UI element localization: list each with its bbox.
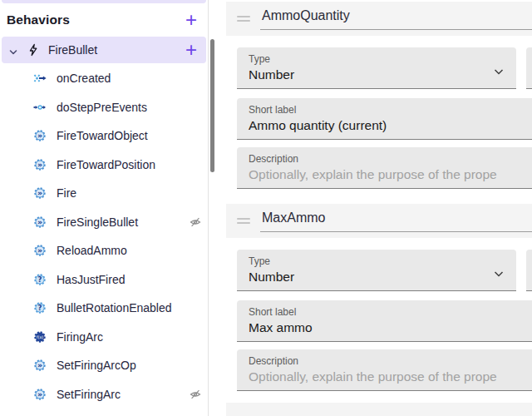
scrollbar-thumb[interactable] [210, 39, 214, 172]
short-label-input[interactable]: Short label Ammo quantity (current) [237, 98, 532, 140]
action-gear-icon: » [33, 186, 47, 200]
list-item[interactable]: »ReloadAmmo [0, 236, 209, 265]
action-gear-icon: » [33, 388, 47, 401]
property-header: AmmoQuantity [226, 2, 532, 36]
property-header: MaxAmmo [226, 204, 532, 238]
chevron-down-icon[interactable] [8, 46, 18, 56]
field-label: Description [249, 153, 532, 165]
action-gear-icon: » [33, 244, 47, 257]
sidebar-item-firebullet[interactable]: FireBullet + [2, 37, 206, 63]
field-label: Description [249, 355, 532, 367]
field-label: Short label [249, 104, 532, 116]
extra-field-partial[interactable] [526, 47, 532, 89]
action-gear-icon: » [33, 158, 47, 171]
list-item[interactable]: »FireTowardPosition [0, 151, 209, 180]
list-item-label: SetFiringArc [57, 388, 121, 401]
condition-gear-icon: ? [33, 301, 47, 314]
list-item[interactable]: »Fire [0, 179, 209, 208]
type-select[interactable]: Type Number [237, 47, 516, 89]
list-item-label: FireTowardPosition [57, 158, 155, 171]
add-function-button[interactable]: + [181, 40, 201, 60]
property-name-input[interactable]: AmmoQuantity [260, 8, 532, 30]
properties-panel: AmmoQuantity Type Number Short label Amm… [226, 0, 532, 416]
list-item[interactable]: doStepPreEvents [0, 93, 209, 122]
svg-text:f(x): f(x) [37, 334, 44, 339]
svg-text:?: ? [38, 275, 42, 284]
svg-text:»: » [37, 160, 42, 169]
previous-selected-row-sliver [2, 0, 206, 3]
expression-gear-icon: f(x) [33, 330, 47, 344]
list-item[interactable]: »FireTowardObject [0, 121, 209, 151]
behaviors-sidebar: Behaviors + FireBullet + onCreateddoStep… [0, 0, 209, 416]
description-input[interactable]: Description Optionally, explain the purp… [237, 349, 532, 391]
action-gear-icon: » [33, 215, 47, 229]
sidebar-scrollbar[interactable] [210, 0, 215, 416]
field-label: Short label [249, 306, 532, 318]
field-placeholder: Optionally, explain the purpose of the p… [249, 369, 532, 384]
description-input[interactable]: Description Optionally, explain the purp… [237, 147, 532, 189]
chevron-down-icon [494, 266, 504, 273]
eye-off-icon[interactable] [190, 216, 201, 228]
list-item[interactable]: f(x)FiringArc [0, 323, 209, 352]
drag-handle-icon[interactable] [237, 16, 250, 22]
selected-value: Number [249, 67, 516, 82]
type-select[interactable]: Type Number [237, 250, 516, 291]
svg-text:»: » [37, 188, 42, 197]
add-behavior-button[interactable]: + [181, 10, 201, 30]
svg-text:»: » [37, 389, 42, 399]
list-item-label: BulletRotationEnabled [57, 301, 172, 314]
list-item-label: ReloadAmmo [57, 244, 127, 257]
field-value: Ammo quantity (current) [249, 118, 532, 133]
list-item-label: doStepPreEvents [57, 101, 147, 114]
list-item-label: FireSingleBullet [57, 215, 138, 229]
behavior-name: FireBullet [48, 43, 181, 57]
list-item-label: FiringArc [57, 330, 103, 344]
list-item-label: FireTowardObject [57, 129, 148, 142]
list-item-label: HasJustFired [57, 273, 125, 286]
sidebar-title: Behaviors [7, 12, 181, 27]
list-item[interactable]: »SetFiringArc [0, 380, 209, 409]
property-name-input[interactable]: MaxAmmo [260, 210, 532, 232]
field-label: Type [249, 53, 516, 65]
extra-field-partial[interactable] [526, 250, 532, 291]
svg-text:»: » [37, 131, 42, 140]
list-item[interactable]: onCreated [0, 64, 209, 93]
field-value: Max ammo [249, 320, 532, 335]
lifecycle-created-icon [33, 72, 47, 85]
svg-text:»: » [37, 360, 42, 369]
chevron-down-icon [494, 64, 504, 71]
list-item[interactable]: ?BulletRotationEnabled [0, 294, 209, 323]
eye-off-icon[interactable] [190, 389, 201, 400]
selected-value: Number [249, 270, 516, 285]
svg-text:»: » [37, 217, 42, 226]
list-item[interactable]: »SetFiringArcOp [0, 351, 209, 380]
condition-gear-icon: ? [33, 273, 47, 286]
list-item[interactable]: » [0, 409, 209, 416]
svg-text:?: ? [38, 304, 42, 312]
field-label: Type [249, 255, 516, 267]
lightning-icon [27, 43, 40, 57]
list-item[interactable]: ?HasJustFired [0, 265, 209, 295]
svg-text:»: » [37, 245, 42, 255]
list-item[interactable]: »FireSingleBullet [0, 208, 209, 237]
action-gear-icon: » [33, 129, 47, 142]
list-item-label: SetFiringArcOp [57, 359, 136, 372]
drag-handle-icon[interactable] [237, 218, 250, 224]
list-item-label: Fire [57, 186, 76, 200]
sidebar-header: Behaviors + [0, 7, 208, 33]
behavior-functions-list: onCreateddoStepPreEvents»FireTowardObjec… [0, 64, 209, 416]
list-item-label: onCreated [57, 72, 111, 85]
action-gear-icon: » [33, 359, 47, 372]
lifecycle-step-icon [33, 101, 47, 114]
field-placeholder: Optionally, explain the purpose of the p… [249, 167, 532, 182]
property-header-partial [226, 403, 532, 416]
short-label-input[interactable]: Short label Max ammo [237, 300, 532, 342]
